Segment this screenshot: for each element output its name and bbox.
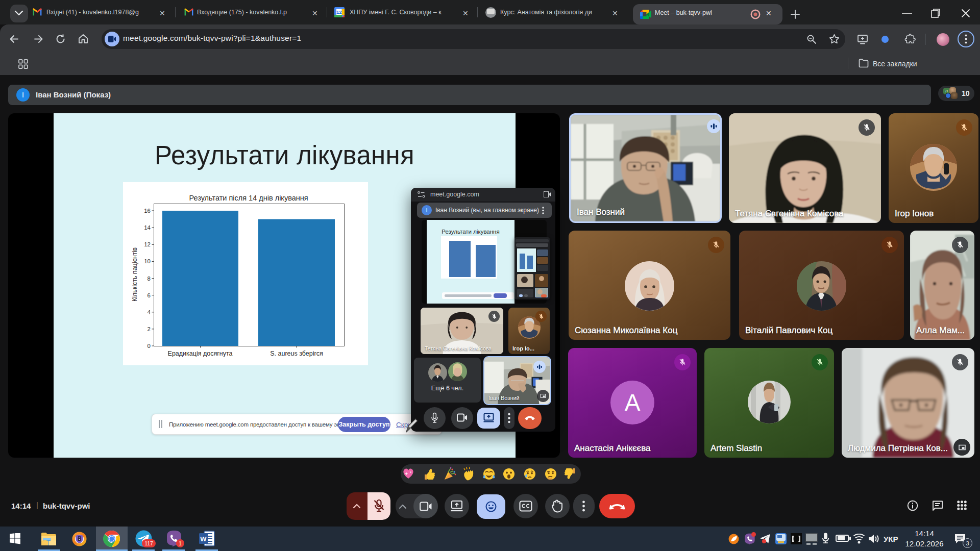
svg-text:4: 4 bbox=[148, 309, 151, 315]
svg-text:W: W bbox=[200, 535, 207, 543]
svg-text:2: 2 bbox=[148, 326, 151, 332]
svg-text:Ерадикація досягнута: Ерадикація досягнута bbox=[168, 350, 233, 357]
svg-text:0: 0 bbox=[148, 343, 151, 349]
svg-text:12: 12 bbox=[336, 9, 342, 15]
svg-text:8: 8 bbox=[148, 276, 151, 282]
svg-text:12: 12 bbox=[144, 241, 151, 247]
svg-text:14: 14 bbox=[144, 224, 151, 231]
svg-text:Результати після 14 днів лікув: Результати після 14 днів лікування bbox=[189, 194, 308, 202]
svg-text:Кількість пацієнтів: Кількість пацієнтів bbox=[131, 247, 138, 302]
svg-text:16: 16 bbox=[144, 208, 151, 214]
svg-text:10: 10 bbox=[144, 258, 151, 264]
svg-text:S. aureus зберігся: S. aureus зберігся bbox=[270, 350, 323, 357]
svg-text:6: 6 bbox=[148, 292, 151, 298]
